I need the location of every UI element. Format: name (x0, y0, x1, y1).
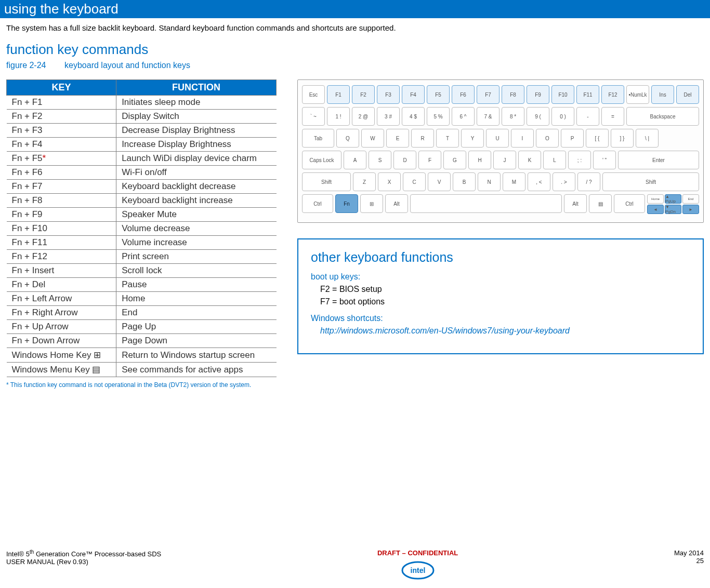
cell-key: Windows Menu Key ▤ (7, 363, 116, 377)
section-heading: function key commands (6, 42, 704, 58)
windows-shortcuts-link[interactable]: http://windows.microsoft.com/en-US/windo… (320, 326, 570, 335)
cell-key: Fn + Up Arrow (7, 320, 116, 334)
cell-function: Scroll lock (116, 264, 277, 278)
keycap: D (393, 151, 416, 169)
keycap: Ctrl (302, 194, 333, 213)
figure-caption: figure 2-24 keyboard layout and function… (6, 61, 704, 70)
arrow-keys: Home▲ PgUpEnd◄▼ PgDn► (647, 194, 699, 214)
keycap: V (428, 172, 451, 191)
keycap: C (403, 172, 426, 191)
keycap: . > (553, 172, 575, 191)
cell-function: Keyboard backlight decrease (116, 180, 277, 194)
keycap: , < (528, 172, 550, 191)
intro-text: The system has a full size backlit keybo… (6, 23, 704, 32)
other-functions-box: other keyboard functions boot up keys: F… (297, 238, 704, 354)
keycap: [ { (586, 129, 609, 148)
keycap: H (468, 151, 491, 169)
table-row: Fn + InsertScroll lock (7, 264, 277, 278)
keycap: T (436, 129, 459, 148)
keycap: F1 (327, 85, 350, 104)
keycap: Ins (651, 85, 674, 104)
keycap: Q (336, 129, 359, 148)
cell-key: Fn + Del (7, 278, 116, 292)
cell-key: Fn + F3 (7, 124, 116, 138)
keycap: ; : (568, 151, 591, 169)
table-row: Windows Menu Key ▤See commands for activ… (7, 363, 277, 377)
table-row: Fn + F6Wi-Fi on/off (7, 166, 277, 180)
table-row: Fn + F1Initiates sleep mode (7, 96, 277, 110)
keycap: 7 & (477, 107, 499, 126)
boot-keys-label: boot up keys: (311, 272, 690, 282)
cell-function: Decrease Display Brightness (116, 124, 277, 138)
cell-key: Fn + F1 (7, 96, 116, 110)
keycap: F3 (377, 85, 400, 104)
cell-function: Pause (116, 278, 277, 292)
cell-key: Fn + F4 (7, 138, 116, 152)
keycap: Shift (302, 172, 351, 191)
keycap: / ? (577, 172, 600, 191)
footer-confidential: DRAFT – CONFIDENTIAL (377, 549, 458, 557)
footer-date: May 2014 (674, 549, 704, 557)
windows-shortcuts-label: Windows shortcuts: (311, 314, 690, 323)
cell-function: Keyboard backlight increase (116, 194, 277, 208)
keycap: G (443, 151, 466, 169)
cell-key: Fn + F2 (7, 110, 116, 124)
keycap: 5 % (427, 107, 450, 126)
keycap: L (543, 151, 566, 169)
keycap: F4 (402, 85, 425, 104)
keycap: U (486, 129, 509, 148)
table-row: Fn + F3Decrease Display Brightness (7, 124, 277, 138)
keycap: 6 ^ (452, 107, 475, 126)
cell-key: Fn + F7 (7, 180, 116, 194)
keycap: - (576, 107, 599, 126)
cell-function: Display Switch (116, 110, 277, 124)
cell-key: Fn + Right Arrow (7, 306, 116, 320)
keycap: •NumLk (626, 85, 649, 104)
keycap: K (518, 151, 541, 169)
keycap: W (361, 129, 384, 148)
cell-function: Return to Windows startup screen (116, 348, 277, 363)
keycap: M (503, 172, 525, 191)
table-row: Fn + F9Speaker Mute (7, 208, 277, 222)
keycap: X (378, 172, 401, 191)
keycap: F6 (452, 85, 475, 104)
keycap: R (411, 129, 434, 148)
keycap: F9 (527, 85, 549, 104)
keycap: F5 (427, 85, 450, 104)
keycap: F10 (551, 85, 574, 104)
cell-key: Fn + F6 (7, 166, 116, 180)
section-banner: using the keyboard (0, 0, 710, 18)
th-key: KEY (7, 80, 116, 96)
table-row: Fn + F12Print screen (7, 250, 277, 264)
keycap: Del (676, 85, 699, 104)
keycap: F8 (502, 85, 524, 104)
footer-manual: USER MANUAL (Rev 0.93) (6, 558, 88, 566)
cell-function: Page Up (116, 320, 277, 334)
obox-title: other keyboard functions (311, 250, 690, 265)
keycap: Y (461, 129, 484, 148)
th-function: FUNCTION (116, 80, 277, 96)
table-row: Windows Home Key ⊞Return to Windows star… (7, 348, 277, 363)
footer-page: 25 (696, 557, 704, 565)
keycap: 3 # (377, 107, 400, 126)
keycap: ] } (611, 129, 634, 148)
cell-key: Fn + F5* (7, 152, 116, 166)
table-row: Fn + Left ArrowHome (7, 292, 277, 306)
keycap: Z (353, 172, 376, 191)
keycap: ' " (593, 151, 616, 169)
page-footer: Intel® 5th Generation Core™ Processor-ba… (6, 549, 704, 581)
cell-function: Increase Display Brightness (116, 138, 277, 152)
keycap: Alt (564, 194, 587, 213)
keycap: P (561, 129, 584, 148)
cell-function: Volume increase (116, 236, 277, 250)
keycap: ` ~ (302, 107, 325, 126)
table-row: Fn + Right ArrowEnd (7, 306, 277, 320)
cell-key: Fn + Insert (7, 264, 116, 278)
keycap: J (493, 151, 516, 169)
keycap: Tab (302, 129, 334, 148)
keycap: F11 (576, 85, 599, 104)
function-key-table: KEY FUNCTION Fn + F1Initiates sleep mode… (6, 79, 277, 377)
keycap: Esc (302, 85, 325, 104)
cell-function: Volume decrease (116, 222, 277, 236)
boot-key-f7: F7 = boot options (320, 297, 690, 306)
